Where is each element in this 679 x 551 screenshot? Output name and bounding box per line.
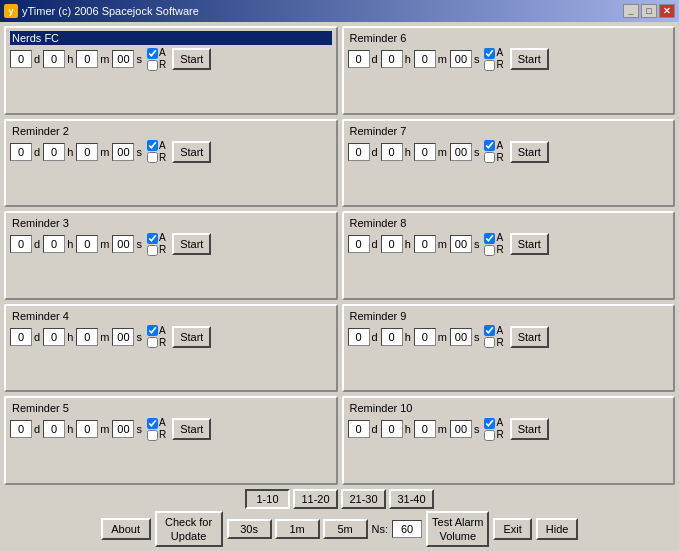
timer-days-7[interactable] [348,328,370,346]
timer-name-9[interactable]: Reminder 10 [348,401,670,415]
start-button-6[interactable]: Start [172,326,211,348]
test-alarm-volume-button[interactable]: Test AlarmVolume [426,511,489,547]
timer-hours-0[interactable] [43,50,65,68]
page-button-1-10[interactable]: 1-10 [245,489,290,509]
timer-name-5[interactable]: Reminder 8 [348,216,670,230]
timer-minutes-5[interactable] [414,235,436,253]
page-button-31-40[interactable]: 31-40 [389,489,434,509]
timer-name-0[interactable]: Nerds FC [10,31,332,45]
timer-seconds-2[interactable] [112,143,134,161]
timer-name-3[interactable]: Reminder 7 [348,124,670,138]
timer-days-8[interactable] [10,420,32,438]
timer-repeat-checkbox-8[interactable] [147,430,158,441]
timer-repeat-checkbox-0[interactable] [147,60,158,71]
timer-minutes-8[interactable] [76,420,98,438]
start-button-9[interactable]: Start [510,418,549,440]
timer-seconds-8[interactable] [112,420,134,438]
timer-repeat-checkbox-5[interactable] [484,245,495,256]
timer-minutes-2[interactable] [76,143,98,161]
timer-alarm-checkbox-1[interactable] [484,48,495,59]
timer-days-6[interactable] [10,328,32,346]
exit-button[interactable]: Exit [493,518,531,540]
timer-seconds-9[interactable] [450,420,472,438]
quick-time-button-5m[interactable]: 5m [323,519,368,539]
start-button-2[interactable]: Start [172,141,211,163]
timer-minutes-9[interactable] [414,420,436,438]
timer-minutes-0[interactable] [76,50,98,68]
timer-repeat-checkbox-9[interactable] [484,430,495,441]
about-button[interactable]: About [101,518,151,540]
timer-alarm-checkbox-9[interactable] [484,418,495,429]
timer-alarm-checkbox-0[interactable] [147,48,158,59]
timer-name-8[interactable]: Reminder 5 [10,401,332,415]
timer-seconds-5[interactable] [450,235,472,253]
timer-days-1[interactable] [348,50,370,68]
timer-hours-3[interactable] [381,143,403,161]
timer-seconds-3[interactable] [450,143,472,161]
start-button-7[interactable]: Start [510,326,549,348]
timer-days-2[interactable] [10,143,32,161]
timer-seconds-0[interactable] [112,50,134,68]
timer-days-5[interactable] [348,235,370,253]
timer-minutes-6[interactable] [76,328,98,346]
timer-hours-9[interactable] [381,420,403,438]
maximize-button[interactable]: □ [641,4,657,18]
timer-alarm-checkbox-6[interactable] [147,325,158,336]
start-button-8[interactable]: Start [172,418,211,440]
timer-days-0[interactable] [10,50,32,68]
start-button-1[interactable]: Start [510,48,549,70]
timer-name-2[interactable]: Reminder 2 [10,124,332,138]
start-button-3[interactable]: Start [510,141,549,163]
timer-hours-8[interactable] [43,420,65,438]
timer-alarm-checkbox-7[interactable] [484,325,495,336]
timer-hours-4[interactable] [43,235,65,253]
check-for-update-button[interactable]: Check forUpdate [155,511,223,547]
timer-name-4[interactable]: Reminder 3 [10,216,332,230]
start-button-4[interactable]: Start [172,233,211,255]
timer-hours-5[interactable] [381,235,403,253]
timer-minutes-4[interactable] [76,235,98,253]
timer-minutes-1[interactable] [414,50,436,68]
timer-hours-6[interactable] [43,328,65,346]
timer-repeat-checkbox-4[interactable] [147,245,158,256]
timer-hours-2[interactable] [43,143,65,161]
timer-repeat-checkbox-6[interactable] [147,337,158,348]
page-button-21-30[interactable]: 21-30 [341,489,386,509]
minimize-button[interactable]: _ [623,4,639,18]
days-label-1: d [372,53,378,65]
quick-time-button-30s[interactable]: 30s [227,519,272,539]
timer-name-1[interactable]: Reminder 6 [348,31,670,45]
close-button[interactable]: ✕ [659,4,675,18]
alarm-label-7: A [496,325,503,337]
timer-minutes-7[interactable] [414,328,436,346]
timer-seconds-4[interactable] [112,235,134,253]
timer-days-4[interactable] [10,235,32,253]
timer-name-7[interactable]: Reminder 9 [348,309,670,323]
timer-seconds-6[interactable] [112,328,134,346]
repeat-label-5: R [496,244,503,256]
hide-button[interactable]: Hide [536,518,579,540]
page-button-11-20[interactable]: 11-20 [293,489,338,509]
quick-time-button-1m[interactable]: 1m [275,519,320,539]
start-button-5[interactable]: Start [510,233,549,255]
timer-repeat-checkbox-2[interactable] [147,152,158,163]
timer-alarm-checkbox-8[interactable] [147,418,158,429]
timer-alarm-checkbox-3[interactable] [484,140,495,151]
timer-days-9[interactable] [348,420,370,438]
start-button-0[interactable]: Start [172,48,211,70]
timer-alarm-checkbox-2[interactable] [147,140,158,151]
timer-hours-1[interactable] [381,50,403,68]
timer-minutes-3[interactable] [414,143,436,161]
timer-name-6[interactable]: Reminder 4 [10,309,332,323]
ns-input[interactable] [392,520,422,538]
timer-repeat-checkbox-3[interactable] [484,152,495,163]
timer-seconds-1[interactable] [450,50,472,68]
timer-days-3[interactable] [348,143,370,161]
timer-alarm-checkbox-4[interactable] [147,233,158,244]
timer-seconds-7[interactable] [450,328,472,346]
timer-hours-7[interactable] [381,328,403,346]
timer-alarm-checkbox-5[interactable] [484,233,495,244]
timer-repeat-checkbox-7[interactable] [484,337,495,348]
ns-label: Ns: [372,523,389,535]
timer-repeat-checkbox-1[interactable] [484,60,495,71]
